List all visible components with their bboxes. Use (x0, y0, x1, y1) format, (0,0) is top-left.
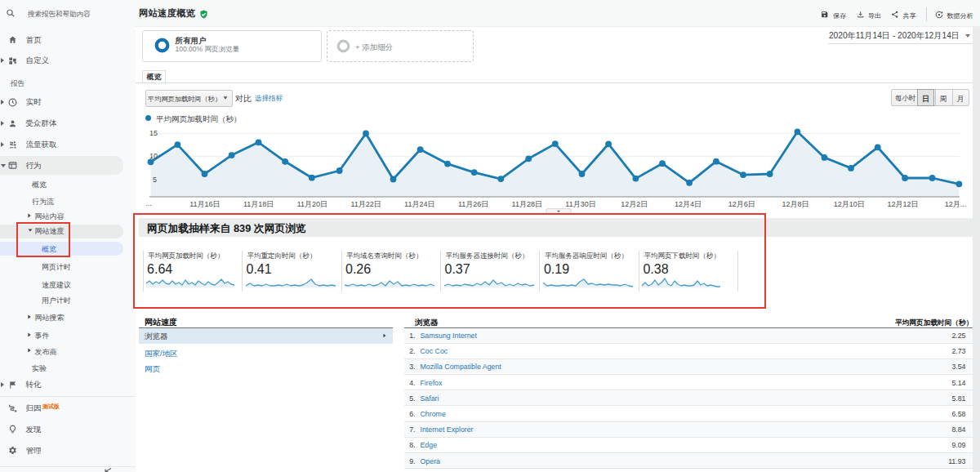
svg-text:15: 15 (149, 129, 158, 137)
svg-text:10: 10 (149, 152, 158, 160)
svg-text:5: 5 (153, 176, 157, 184)
